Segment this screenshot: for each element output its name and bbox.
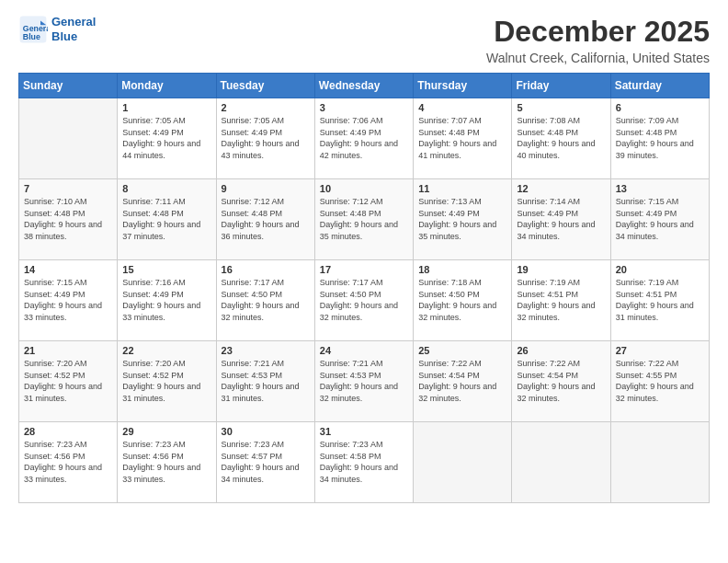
day-info: Sunrise: 7:12 AM Sunset: 4:48 PM Dayligh… [320, 196, 408, 242]
day-info: Sunrise: 7:12 AM Sunset: 4:48 PM Dayligh… [222, 196, 310, 242]
day-info: Sunrise: 7:23 AM Sunset: 4:57 PM Dayligh… [222, 439, 310, 485]
header-thursday: Thursday [414, 74, 512, 98]
daylight-info: Daylight: 9 hours and 32 minutes. [320, 300, 408, 323]
day-info: Sunrise: 7:22 AM Sunset: 4:54 PM Dayligh… [517, 358, 605, 404]
sunset-info: Sunset: 4:49 PM [24, 289, 112, 301]
sunset-info: Sunset: 4:55 PM [616, 370, 704, 382]
sunrise-info: Sunrise: 7:15 AM [24, 277, 112, 289]
logo-icon: General Blue [18, 15, 48, 44]
daylight-info: Daylight: 9 hours and 38 minutes. [24, 219, 112, 242]
page: General Blue General Blue December 2025 … [0, 0, 728, 563]
day-info: Sunrise: 7:22 AM Sunset: 4:55 PM Dayligh… [616, 358, 704, 404]
calendar-cell [512, 422, 610, 503]
day-info: Sunrise: 7:05 AM Sunset: 4:49 PM Dayligh… [222, 115, 310, 161]
logo: General Blue General Blue [18, 15, 96, 44]
day-info: Sunrise: 7:13 AM Sunset: 4:49 PM Dayligh… [418, 196, 506, 242]
daylight-info: Daylight: 9 hours and 34 minutes. [616, 219, 704, 242]
daylight-info: Daylight: 9 hours and 32 minutes. [222, 300, 310, 323]
sunset-info: Sunset: 4:57 PM [222, 451, 310, 463]
day-number: 20 [616, 264, 704, 275]
day-info: Sunrise: 7:06 AM Sunset: 4:49 PM Dayligh… [320, 115, 408, 161]
sunset-info: Sunset: 4:53 PM [222, 370, 310, 382]
subtitle: Walnut Creek, California, United States [486, 51, 710, 65]
sunrise-info: Sunrise: 7:13 AM [418, 196, 506, 208]
daylight-info: Daylight: 9 hours and 31 minutes. [122, 381, 210, 404]
header-sunday: Sunday [19, 74, 118, 98]
calendar-cell: 10 Sunrise: 7:12 AM Sunset: 4:48 PM Dayl… [314, 179, 413, 260]
daylight-info: Daylight: 9 hours and 44 minutes. [122, 138, 210, 161]
header-friday: Friday [512, 74, 610, 98]
calendar-cell: 11 Sunrise: 7:13 AM Sunset: 4:49 PM Dayl… [414, 179, 512, 260]
daylight-info: Daylight: 9 hours and 41 minutes. [418, 138, 506, 161]
day-info: Sunrise: 7:19 AM Sunset: 4:51 PM Dayligh… [517, 277, 605, 323]
daylight-info: Daylight: 9 hours and 34 minutes. [222, 462, 310, 485]
calendar-cell: 2 Sunrise: 7:05 AM Sunset: 4:49 PM Dayli… [216, 98, 314, 179]
sunset-info: Sunset: 4:49 PM [418, 208, 506, 220]
header-monday: Monday [118, 74, 216, 98]
sunrise-info: Sunrise: 7:10 AM [24, 196, 112, 208]
daylight-info: Daylight: 9 hours and 42 minutes. [320, 138, 408, 161]
sunrise-info: Sunrise: 7:17 AM [320, 277, 408, 289]
day-info: Sunrise: 7:14 AM Sunset: 4:49 PM Dayligh… [517, 196, 605, 242]
day-number: 5 [517, 102, 605, 113]
sunrise-info: Sunrise: 7:07 AM [418, 115, 506, 127]
daylight-info: Daylight: 9 hours and 34 minutes. [320, 462, 408, 485]
header-saturday: Saturday [610, 74, 709, 98]
calendar-cell: 9 Sunrise: 7:12 AM Sunset: 4:48 PM Dayli… [216, 179, 314, 260]
sunset-info: Sunset: 4:49 PM [122, 289, 210, 301]
sunrise-info: Sunrise: 7:23 AM [222, 439, 310, 451]
sunrise-info: Sunrise: 7:12 AM [222, 196, 310, 208]
calendar-cell: 1 Sunrise: 7:05 AM Sunset: 4:49 PM Dayli… [118, 98, 216, 179]
sunset-info: Sunset: 4:48 PM [418, 127, 506, 139]
day-info: Sunrise: 7:23 AM Sunset: 4:56 PM Dayligh… [122, 439, 210, 485]
day-number: 17 [320, 264, 408, 275]
calendar-cell: 23 Sunrise: 7:21 AM Sunset: 4:53 PM Dayl… [216, 341, 314, 422]
day-number: 13 [616, 183, 704, 194]
calendar-cell: 5 Sunrise: 7:08 AM Sunset: 4:48 PM Dayli… [512, 98, 610, 179]
day-info: Sunrise: 7:19 AM Sunset: 4:51 PM Dayligh… [616, 277, 704, 323]
sunrise-info: Sunrise: 7:11 AM [122, 196, 210, 208]
sunrise-info: Sunrise: 7:20 AM [24, 358, 112, 370]
day-number: 3 [320, 102, 408, 113]
sunrise-info: Sunrise: 7:21 AM [320, 358, 408, 370]
day-number: 4 [418, 102, 506, 113]
sunset-info: Sunset: 4:50 PM [222, 289, 310, 301]
day-number: 12 [517, 183, 605, 194]
sunrise-info: Sunrise: 7:06 AM [320, 115, 408, 127]
sunrise-info: Sunrise: 7:14 AM [517, 196, 605, 208]
day-info: Sunrise: 7:22 AM Sunset: 4:54 PM Dayligh… [418, 358, 506, 404]
sunset-info: Sunset: 4:52 PM [122, 370, 210, 382]
day-number: 26 [517, 345, 605, 356]
daylight-info: Daylight: 9 hours and 31 minutes. [616, 300, 704, 323]
daylight-info: Daylight: 9 hours and 32 minutes. [418, 381, 506, 404]
day-info: Sunrise: 7:09 AM Sunset: 4:48 PM Dayligh… [616, 115, 704, 161]
logo-blue: Blue [51, 29, 96, 44]
calendar-cell: 3 Sunrise: 7:06 AM Sunset: 4:49 PM Dayli… [314, 98, 413, 179]
day-number: 15 [122, 264, 210, 275]
calendar-cell: 19 Sunrise: 7:19 AM Sunset: 4:51 PM Dayl… [512, 260, 610, 341]
daylight-info: Daylight: 9 hours and 33 minutes. [24, 462, 112, 485]
sunset-info: Sunset: 4:48 PM [320, 208, 408, 220]
sunset-info: Sunset: 4:50 PM [418, 289, 506, 301]
day-number: 11 [418, 183, 506, 194]
day-number: 18 [418, 264, 506, 275]
day-info: Sunrise: 7:15 AM Sunset: 4:49 PM Dayligh… [616, 196, 704, 242]
calendar-week-row: 14 Sunrise: 7:15 AM Sunset: 4:49 PM Dayl… [19, 260, 710, 341]
calendar-cell: 15 Sunrise: 7:16 AM Sunset: 4:49 PM Dayl… [118, 260, 216, 341]
daylight-info: Daylight: 9 hours and 40 minutes. [517, 138, 605, 161]
daylight-info: Daylight: 9 hours and 32 minutes. [320, 381, 408, 404]
day-number: 23 [222, 345, 310, 356]
main-title: December 2025 [486, 15, 710, 49]
calendar-cell: 26 Sunrise: 7:22 AM Sunset: 4:54 PM Dayl… [512, 341, 610, 422]
day-info: Sunrise: 7:05 AM Sunset: 4:49 PM Dayligh… [122, 115, 210, 161]
calendar-cell: 21 Sunrise: 7:20 AM Sunset: 4:52 PM Dayl… [19, 341, 118, 422]
sunrise-info: Sunrise: 7:23 AM [122, 439, 210, 451]
calendar-cell: 13 Sunrise: 7:15 AM Sunset: 4:49 PM Dayl… [610, 179, 709, 260]
calendar-week-row: 28 Sunrise: 7:23 AM Sunset: 4:56 PM Dayl… [19, 422, 710, 503]
daylight-info: Daylight: 9 hours and 36 minutes. [222, 219, 310, 242]
sunrise-info: Sunrise: 7:19 AM [517, 277, 605, 289]
sunset-info: Sunset: 4:54 PM [418, 370, 506, 382]
calendar-header-row: Sunday Monday Tuesday Wednesday Thursday… [19, 74, 710, 98]
day-info: Sunrise: 7:08 AM Sunset: 4:48 PM Dayligh… [517, 115, 605, 161]
calendar-cell [19, 98, 118, 179]
